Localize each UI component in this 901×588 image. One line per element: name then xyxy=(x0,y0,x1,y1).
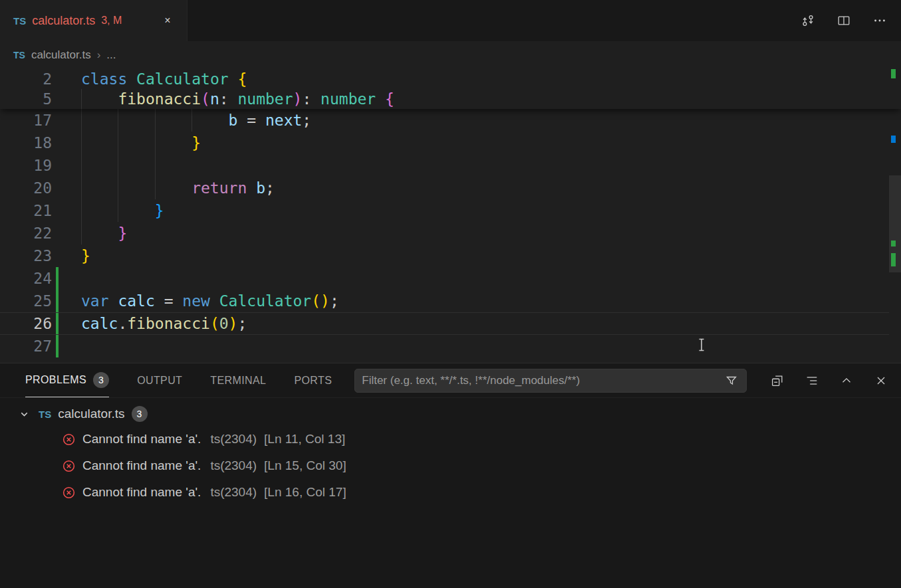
tab-problems[interactable]: PROBLEMS 3 xyxy=(25,363,109,397)
code-token: number xyxy=(321,90,376,108)
code-line-22[interactable]: 22 } xyxy=(0,222,901,245)
editor-tab-bar: TS calculator.ts 3, M × xyxy=(0,0,901,41)
code-line-18[interactable]: 18 } xyxy=(0,132,901,154)
line-number[interactable]: 18 xyxy=(0,132,52,154)
problem-source-code: ts(2304) xyxy=(210,432,257,446)
problems-view: TS calculator.ts 3 Cannot find name 'a'.… xyxy=(0,398,901,506)
code-token: 0 xyxy=(219,315,229,332)
problem-message: Cannot find name 'a'. xyxy=(82,432,201,446)
code-line-23[interactable]: 23} xyxy=(0,245,901,267)
git-added-gutter-indicator xyxy=(56,312,59,335)
view-as-table-icon[interactable] xyxy=(804,373,820,389)
code-line-25[interactable]: 25var calc = new Calculator(); xyxy=(0,290,901,312)
line-number[interactable]: 19 xyxy=(0,154,52,177)
line-number[interactable]: 2 xyxy=(0,69,52,89)
overview-ruler[interactable] xyxy=(889,69,901,363)
code-editor[interactable]: 2class Calculator {5 fibonacci(n: number… xyxy=(0,69,901,363)
indent-guide xyxy=(81,154,82,177)
code-token: b xyxy=(229,112,238,129)
indent-guide xyxy=(155,154,156,177)
code-token: } xyxy=(192,134,201,151)
line-number[interactable]: 17 xyxy=(0,109,52,132)
code-token xyxy=(376,90,385,108)
code-line-17[interactable]: 17 b = next; xyxy=(0,109,901,132)
code-token xyxy=(109,292,118,310)
tab-calculator-ts[interactable]: TS calculator.ts 3, M × xyxy=(0,0,188,41)
problem-source-code: ts(2304) xyxy=(210,485,257,500)
code-token: number xyxy=(237,90,293,108)
line-number[interactable]: 22 xyxy=(0,222,52,245)
code-token: fibonacci xyxy=(118,90,201,108)
problem-source-code: ts(2304) xyxy=(210,458,257,473)
line-number[interactable]: 5 xyxy=(0,89,52,109)
line-number[interactable]: 27 xyxy=(0,335,52,357)
tab-filename: calculator.ts xyxy=(32,14,95,28)
line-number[interactable]: 26 xyxy=(0,312,52,335)
tab-problems-modified-decoration: 3, M xyxy=(101,15,122,27)
problems-filter-input[interactable] xyxy=(362,374,718,387)
tab-terminal-label: TERMINAL xyxy=(210,375,266,387)
problem-message: Cannot find name 'a'. xyxy=(82,458,201,473)
code-line-20[interactable]: 20 return b; xyxy=(0,177,901,199)
open-changes-icon[interactable] xyxy=(800,13,816,29)
code-line-19[interactable]: 19 xyxy=(0,154,901,177)
code-line-21[interactable]: 21 } xyxy=(0,199,901,222)
git-added-gutter-indicator xyxy=(56,290,59,312)
breadcrumb-filename[interactable]: calculator.ts xyxy=(31,49,91,62)
problem-row[interactable]: Cannot find name 'a'.ts(2304)[Ln 11, Col… xyxy=(0,426,901,452)
code-token xyxy=(81,90,118,108)
line-number[interactable]: 20 xyxy=(0,177,52,199)
code-line-2[interactable]: 2class Calculator { xyxy=(0,69,901,89)
sticky-scroll: 2class Calculator {5 fibonacci(n: number… xyxy=(0,69,901,109)
tab-ports[interactable]: PORTS xyxy=(294,363,332,397)
code-token: calc xyxy=(81,315,118,332)
close-tab-icon[interactable]: × xyxy=(159,12,176,29)
typescript-file-icon: TS xyxy=(13,50,25,60)
close-panel-icon[interactable] xyxy=(873,373,889,389)
code-text: var calc = new Calculator(); xyxy=(81,290,339,312)
code-token xyxy=(81,112,229,129)
code-text: b = next; xyxy=(81,109,311,132)
error-icon xyxy=(63,460,75,472)
ruler-mark-added xyxy=(891,253,896,266)
line-number[interactable]: 21 xyxy=(0,199,52,222)
code-line-24[interactable]: 24 xyxy=(0,267,901,290)
collapse-all-icon[interactable] xyxy=(769,373,785,389)
code-text: calc.fibonacci(0); xyxy=(81,312,247,335)
problem-row[interactable]: Cannot find name 'a'.ts(2304)[Ln 15, Col… xyxy=(0,452,901,479)
code-token xyxy=(247,179,256,197)
line-number[interactable]: 25 xyxy=(0,290,52,312)
tab-problems-label: PROBLEMS xyxy=(25,374,86,386)
tab-terminal[interactable]: TERMINAL xyxy=(210,363,266,397)
indent-guide xyxy=(118,154,118,177)
more-actions-icon[interactable] xyxy=(872,13,888,29)
tab-output[interactable]: OUTPUT xyxy=(137,363,182,397)
split-editor-icon[interactable] xyxy=(836,13,852,29)
problem-position: [Ln 11, Col 13] xyxy=(264,432,345,446)
line-number[interactable]: 23 xyxy=(0,245,52,267)
code-line-5[interactable]: 5 fibonacci(n: number): number { xyxy=(0,89,901,109)
panel-actions xyxy=(769,373,889,389)
code-line-26[interactable]: 26calc.fibonacci(0); xyxy=(0,312,901,335)
code-token xyxy=(81,134,192,151)
code-text: fibonacci(n: number): number { xyxy=(81,89,394,109)
problems-file-group[interactable]: TS calculator.ts 3 xyxy=(0,402,901,426)
ruler-mark-added xyxy=(891,69,896,78)
problem-message: Cannot find name 'a'. xyxy=(82,485,201,500)
code-token: } xyxy=(118,225,127,242)
code-token: : xyxy=(219,90,238,108)
chevron-down-icon[interactable] xyxy=(16,406,32,422)
code-line-27[interactable]: 27 xyxy=(0,335,901,357)
line-number[interactable]: 24 xyxy=(0,267,52,290)
problems-filter-box xyxy=(354,369,747,393)
code-token xyxy=(81,179,192,197)
mouse-cursor-ibeam xyxy=(697,338,706,355)
breadcrumb-symbol-ellipsis[interactable]: ... xyxy=(106,49,116,62)
code-token: ( xyxy=(210,315,219,332)
maximize-panel-icon[interactable] xyxy=(838,373,854,389)
problem-row[interactable]: Cannot find name 'a'.ts(2304)[Ln 16, Col… xyxy=(0,479,901,506)
code-token: . xyxy=(118,315,127,332)
editor-title-actions xyxy=(800,0,901,41)
filter-icon[interactable] xyxy=(723,373,739,389)
code-token xyxy=(81,202,155,219)
